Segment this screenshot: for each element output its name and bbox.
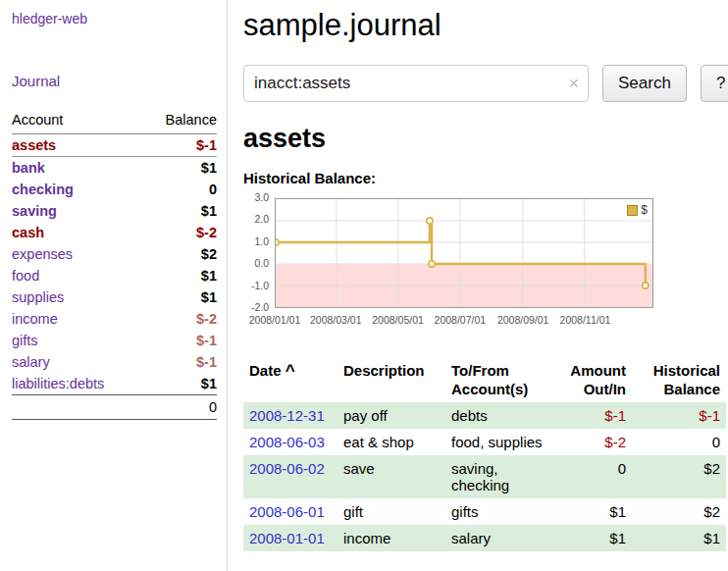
chart-x-tick-label: 2008/11/01	[560, 314, 611, 326]
transaction-date-cell: 2008-06-02	[243, 455, 338, 498]
account-link-cash[interactable]: cash	[12, 225, 44, 240]
accounts-header-row: Account Balance	[12, 110, 217, 134]
account-name-cell: cash	[12, 222, 143, 243]
account-balance: $-2	[143, 308, 217, 330]
transaction-accounts: gifts	[445, 498, 555, 525]
account-name-cell: liabilities:debts	[12, 373, 143, 395]
transaction-amount: $1	[555, 498, 632, 525]
transaction-accounts: saving, checking	[445, 455, 555, 498]
transaction-amount: $-1	[555, 402, 632, 429]
transaction-accounts: food, supplies	[445, 429, 555, 455]
chart-y-tick-label: 3.0	[243, 192, 269, 204]
account-link-liabilities-debts[interactable]: liabilities:debts	[12, 376, 104, 391]
transaction-row: 2008-06-03eat & shopfood, supplies$-20	[243, 429, 726, 455]
register-header-accounts[interactable]: To/From Account(s)	[445, 359, 555, 402]
account-link-expenses[interactable]: expenses	[12, 246, 73, 262]
register-header-date[interactable]: Date ^	[243, 359, 338, 402]
help-button[interactable]: ?	[701, 65, 728, 102]
search-bar: × Search ?	[243, 65, 728, 102]
register-table: Date ^ Description To/From Account(s) Am…	[243, 359, 726, 551]
transaction-date-link[interactable]: 2008-06-01	[249, 503, 325, 520]
chart-legend: $	[627, 203, 648, 217]
account-name-cell: bank	[12, 157, 143, 180]
account-name-cell: gifts	[12, 330, 143, 351]
transaction-balance: 0	[632, 429, 726, 455]
transaction-description: pay off	[338, 402, 445, 429]
chart-plot-area: $	[275, 198, 653, 308]
account-link-food[interactable]: food	[12, 268, 39, 284]
account-name-cell: food	[12, 265, 143, 286]
register-header-amount[interactable]: Amount Out/In	[555, 359, 632, 402]
chart-y-tick-label: 1.0	[243, 236, 269, 248]
search-input[interactable]	[243, 65, 589, 102]
account-balance: $1	[143, 286, 217, 308]
search-button[interactable]: Search	[602, 65, 687, 102]
accounts-total-row: 0	[12, 395, 217, 420]
account-balance: $2	[143, 243, 217, 265]
account-name-cell: checking	[12, 179, 143, 200]
chart-title: Historical Balance:	[243, 170, 728, 186]
chart-y-tick-label: 2.0	[243, 214, 269, 226]
transaction-balance: $2	[632, 455, 726, 498]
account-link-gifts[interactable]: gifts	[12, 333, 38, 348]
transaction-amount: 0	[555, 455, 632, 498]
account-row: gifts$-1	[12, 330, 217, 351]
register-header-balance[interactable]: Historical Balance	[632, 359, 726, 402]
sidebar-item-journal[interactable]: Journal	[12, 73, 60, 89]
register-header-description[interactable]: Description	[338, 359, 445, 402]
historical-balance-chart: $ 3.02.01.00.0-1.0-2.02008/01/012008/03/…	[243, 194, 704, 341]
accounts-col-account: Account	[12, 110, 143, 134]
transaction-amount: $-2	[555, 429, 632, 455]
account-link-bank[interactable]: bank	[12, 160, 45, 176]
account-link-saving[interactable]: saving	[12, 203, 57, 219]
account-row: assets$-1	[12, 134, 217, 157]
account-link-supplies[interactable]: supplies	[12, 289, 64, 305]
account-link-assets[interactable]: assets	[12, 137, 56, 153]
chart-x-tick-label: 2008/09/01	[497, 314, 549, 326]
account-row: cash$-2	[12, 222, 217, 243]
account-balance: $-1	[143, 134, 217, 157]
register-header-date-label: Date	[249, 362, 282, 379]
clear-search-icon[interactable]: ×	[568, 75, 579, 92]
chart-y-tick-label: 0.0	[243, 258, 269, 270]
transaction-date-link[interactable]: 2008-06-03	[249, 434, 325, 450]
accounts-table: Account Balance assets$-1bank$1checking0…	[12, 110, 217, 420]
account-row: saving$1	[12, 200, 217, 222]
account-balance: $-2	[143, 222, 217, 243]
account-name-cell: salary	[12, 351, 143, 373]
account-balance: $1	[143, 200, 217, 222]
account-balance: 0	[143, 179, 217, 200]
account-row: food$1	[12, 265, 217, 286]
transaction-description: income	[338, 525, 445, 551]
transaction-balance: $-1	[632, 402, 726, 429]
account-balance: $1	[143, 373, 217, 395]
account-heading: assets	[243, 124, 728, 154]
accounts-total-spacer	[12, 395, 143, 420]
transaction-accounts: debts	[445, 402, 555, 429]
transaction-description: save	[338, 455, 445, 498]
transaction-date-link[interactable]: 2008-06-02	[249, 460, 325, 477]
account-link-checking[interactable]: checking	[12, 182, 74, 197]
account-balance: $1	[143, 157, 217, 180]
transaction-amount: $1	[555, 525, 632, 551]
transaction-date-link[interactable]: 2008-12-31	[249, 407, 325, 424]
transaction-accounts: salary	[445, 525, 555, 551]
chart-x-tick-label: 2008/07/01	[435, 314, 487, 326]
account-row: liabilities:debts$1	[12, 373, 217, 395]
chart-x-tick-label: 2008/03/01	[310, 314, 362, 326]
transaction-date-link[interactable]: 2008-01-01	[249, 530, 325, 546]
register-header-row: Date ^ Description To/From Account(s) Am…	[243, 359, 726, 402]
account-row: checking0	[12, 179, 217, 200]
app-title-link[interactable]: hledger-web	[12, 11, 87, 26]
account-row: salary$-1	[12, 351, 217, 373]
account-name-cell: income	[12, 308, 143, 330]
transaction-date-cell: 2008-01-01	[243, 525, 338, 551]
account-name-cell: expenses	[12, 243, 143, 265]
account-row: bank$1	[12, 157, 217, 180]
page-title: sample.journal	[243, 8, 728, 43]
account-balance: $1	[143, 265, 217, 286]
account-link-income[interactable]: income	[12, 311, 58, 327]
account-balance: $-1	[143, 351, 217, 373]
account-row: expenses$2	[12, 243, 217, 265]
account-link-salary[interactable]: salary	[12, 354, 50, 370]
